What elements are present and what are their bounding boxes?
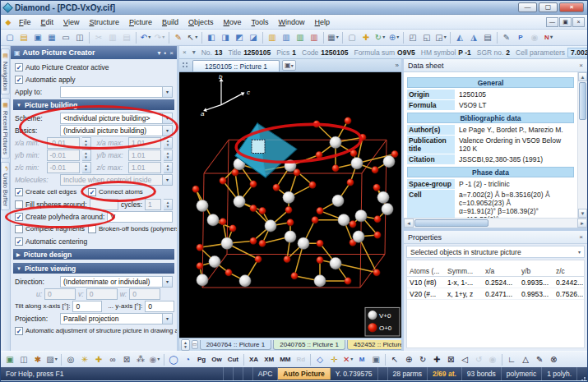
menu-item-window[interactable]: Window <box>274 16 310 28</box>
doc-picture-icon[interactable]: ▥ <box>280 31 293 44</box>
combo-molecules[interactable]: Include when centroid inside▾ <box>60 174 173 186</box>
combo-scheme[interactable]: <Individual picture building>▾ <box>60 113 173 124</box>
scroll-left-icon[interactable]: ◄ <box>404 219 414 228</box>
picture-tab-active[interactable]: 1250105 :: Picture 1 <box>192 60 280 71</box>
text-field[interactable]: V <box>107 211 173 223</box>
combo-projection[interactable]: Parallel projection▾ <box>60 313 173 324</box>
doc-structure-icon[interactable]: ▥ <box>266 31 279 44</box>
select-mode-icon[interactable]: ↖ <box>388 353 401 366</box>
format-brush-icon[interactable]: ✎ <box>172 31 185 44</box>
rotate-mode-icon[interactable]: ↻ <box>416 353 429 366</box>
measure-distance-icon[interactable]: ∟ <box>505 353 518 366</box>
translate-mode-icon[interactable]: ✚ <box>430 353 443 366</box>
cut-plane-icon[interactable]: Cut <box>225 353 241 366</box>
checkbox[interactable] <box>15 225 23 233</box>
paste-icon[interactable]: ▤ <box>120 31 133 44</box>
data-sheet-vertical-scrollbar[interactable]: ▲ ▼ <box>577 72 587 218</box>
mdi-close-button[interactable]: × <box>572 17 585 27</box>
mdi-minimize-button[interactable]: — <box>546 17 558 27</box>
picture-copy-icon[interactable]: ⊕▾ <box>387 31 400 44</box>
print-icon[interactable]: ▭ <box>59 31 72 44</box>
text-field[interactable] <box>90 199 118 210</box>
label-mm-icon[interactable]: MM <box>277 353 293 366</box>
text-field[interactable]: -0.01 <box>47 150 80 161</box>
column-header[interactable]: y/b <box>519 267 553 275</box>
column-header[interactable]: Atoms (... <box>407 267 445 275</box>
checkbox[interactable]: ✓ <box>15 327 23 335</box>
table-row[interactable]: V20 (#...x, 1+y, z0.2471...0.9953...0.75… <box>407 288 584 300</box>
distances-pencil-icon[interactable]: ✎ <box>500 31 513 44</box>
redo-icon[interactable]: ↷▾ <box>153 31 166 44</box>
new-document-icon[interactable]: ▢ <box>3 31 16 44</box>
picture-menu-icon[interactable]: ▨▾ <box>45 353 58 366</box>
move-atom-icon[interactable]: ✛ <box>327 353 340 366</box>
packing-range-icon[interactable]: Pg <box>195 353 208 366</box>
text-field[interactable]: 1.01 <box>128 162 161 173</box>
picture-tab[interactable]: 2040765 :: Picture 1 <box>273 340 345 350</box>
measure-torsion-icon[interactable]: ✎ <box>533 353 546 366</box>
text-field[interactable]: 0 <box>44 288 76 300</box>
measure-angle-icon[interactable]: △ <box>519 353 532 366</box>
spinner-icon[interactable]: ▲▼ <box>82 162 91 173</box>
text-field[interactable]: 1.01 <box>128 150 161 161</box>
section-header-picture-building[interactable]: ▼Picture building <box>13 99 174 110</box>
tab-scroll-spinner[interactable]: ▲▼ <box>181 339 190 351</box>
properties-scope-select[interactable]: Selected objects in structure picture ▾ <box>406 246 585 258</box>
window-tile-vertical-icon[interactable]: ◪ <box>247 31 260 44</box>
maximize-button[interactable]: ▢ <box>539 2 558 12</box>
data-table-icon[interactable]: ▤ <box>481 31 494 44</box>
view-layout-split-icon[interactable]: ◱ <box>420 31 433 44</box>
create-cluster-icon[interactable]: ✳ <box>78 353 91 366</box>
add-atoms-icon[interactable]: ✚ <box>92 353 105 366</box>
panel-close-icon[interactable]: × <box>169 49 174 57</box>
doc-data-icon[interactable]: ▥ <box>294 31 307 44</box>
copy-picture-icon[interactable]: ◫ <box>17 353 30 366</box>
save-all-icon[interactable]: ▦ <box>45 31 58 44</box>
picture-update-icon[interactable]: ↻▾ <box>373 31 387 44</box>
preview-eye-icon[interactable]: ◉ <box>528 31 541 44</box>
spinner-icon[interactable]: ▲▼ <box>164 137 173 149</box>
menu-item-move[interactable]: Move <box>219 16 247 28</box>
sidebar-tab-navigation[interactable]: ▤Navigation <box>1 48 10 94</box>
save-icon[interactable]: ▣ <box>31 31 44 44</box>
scroll-up-icon[interactable]: ▲ <box>578 72 587 81</box>
text-field[interactable]: 1.01 <box>128 137 161 149</box>
combo-direction[interactable]: (Indeterminate or individual)▾ <box>60 276 173 288</box>
text-field[interactable]: 0 <box>145 301 174 312</box>
column-header[interactable]: x/a <box>483 267 519 275</box>
menu-item-structure[interactable]: Structure <box>84 16 124 28</box>
menu-item-file[interactable]: File <box>14 16 36 28</box>
diagram-diffraction-icon[interactable]: ◭ <box>453 31 466 44</box>
spinner-icon[interactable]: ▲▼ <box>164 150 173 161</box>
checkbox[interactable] <box>15 200 23 209</box>
measure-plane-icon[interactable]: ⊗ <box>547 353 560 366</box>
checkbox[interactable]: ✓ <box>15 63 23 71</box>
scroll-right-icon[interactable]: ► <box>577 219 587 228</box>
text-field[interactable]: -0.01 <box>47 137 80 149</box>
data-sheet-close-icon[interactable]: × <box>579 62 583 69</box>
walk-mode-icon[interactable]: ◉ <box>486 353 499 366</box>
menu-item-objects[interactable]: Objects <box>183 16 219 28</box>
text-field[interactable]: 0 <box>129 288 160 300</box>
spinner-icon[interactable]: ▲▼ <box>164 162 173 173</box>
connect-atoms-icon[interactable]: ∞ <box>106 353 119 366</box>
column-header[interactable]: z/c <box>553 267 585 275</box>
create-ring-icon[interactable]: ◎ <box>64 353 77 366</box>
menu-item-build[interactable]: Build <box>157 16 183 28</box>
broken-coordination-icon[interactable]: ◔ <box>181 353 194 366</box>
overlap-icon[interactable]: Ow <box>209 353 224 366</box>
record-expand-icon[interactable]: ▾ <box>192 48 196 56</box>
pointer-mode-icon[interactable]: ↖▾ <box>186 31 199 44</box>
diagram-dos-icon[interactable]: ◮ <box>467 31 480 44</box>
close-button[interactable]: × <box>559 2 584 12</box>
destroy-icon[interactable]: ✕▾ <box>341 353 354 366</box>
scrollbar-thumb[interactable] <box>579 82 586 120</box>
properties-table[interactable]: Atoms (...Symm...x/ay/bz/cV10 (#8)1-x, 1… <box>406 260 585 348</box>
window-tile-horizontal-icon[interactable]: ◩ <box>233 31 246 44</box>
label-rd-icon[interactable]: Rd <box>294 353 308 366</box>
menu-item-edit[interactable]: Edit <box>36 16 59 28</box>
zoom-mode-icon[interactable]: ⊕ <box>402 353 415 366</box>
spin-mode-icon[interactable]: ↺ <box>472 353 485 366</box>
table-view-icon[interactable]: ▦▾ <box>326 31 340 44</box>
text-field[interactable]: 0 <box>72 301 102 312</box>
